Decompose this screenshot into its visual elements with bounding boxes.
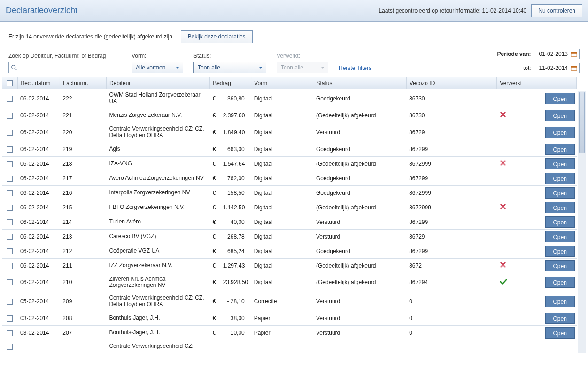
header-verwerkt[interactable]: Verwerkt	[497, 77, 543, 89]
header-debiteur[interactable]: Debiteur	[106, 77, 209, 89]
header-date[interactable]: Decl. datum	[17, 77, 60, 89]
table-row: 05-02-2014209Centrale Verwerkingseenheid…	[2, 292, 577, 311]
row-checkbox[interactable]	[7, 330, 13, 336]
cell-bedrag: 10,00	[220, 325, 251, 340]
table-row: 06-02-2014210Zilveren Kruis Achmea Zorgv…	[2, 273, 577, 292]
row-checkbox[interactable]	[7, 219, 13, 225]
cell-vecozo: 867294	[406, 273, 497, 292]
table-row: 06-02-2014219Agis€663,00DigitaalGoedgeke…	[2, 142, 577, 156]
row-checkbox[interactable]	[7, 299, 13, 305]
open-button[interactable]: Open	[545, 216, 575, 228]
vertical-scrollbar[interactable]	[578, 91, 586, 353]
open-button[interactable]: Open	[545, 246, 575, 257]
cell-vecozo: 0	[406, 292, 497, 311]
cell-vorm: Digitaal	[251, 185, 313, 200]
cell-factuur: 208	[60, 311, 106, 325]
cell-debiteur: Bonthuis-Jager, J.H.	[106, 311, 209, 325]
open-button[interactable]: Open	[545, 327, 575, 339]
period-from-label: Periode van:	[497, 51, 531, 57]
table-row: 06-02-2014220Centrale Verwerkingseenheid…	[2, 123, 577, 142]
cell-verwerkt	[497, 311, 543, 325]
period-from-input[interactable]: 01-02-2013	[535, 49, 580, 59]
cell-currency: €	[210, 123, 220, 142]
cell-status: Goedgekeurd	[313, 89, 406, 108]
table-row: 06-02-2014213Caresco BV (VGZ)€268,78Digi…	[2, 229, 577, 244]
header-status[interactable]: Status	[313, 77, 406, 89]
open-button[interactable]: Open	[545, 110, 575, 121]
open-button[interactable]: Open	[545, 296, 575, 307]
status-select[interactable]: Toon alle	[193, 62, 266, 73]
calendar-icon	[571, 65, 577, 71]
verwerkt-select: Toon alle	[277, 62, 328, 73]
cell-date: 06-02-2014	[17, 215, 60, 229]
cell-verwerkt	[497, 123, 543, 142]
search-input[interactable]	[17, 63, 119, 72]
open-button[interactable]: Open	[545, 187, 575, 199]
view-rejected-button[interactable]: Bekijk deze declaraties	[181, 30, 253, 43]
row-checkbox[interactable]	[7, 248, 13, 254]
cell-factuur: 217	[60, 171, 106, 185]
open-button[interactable]: Open	[545, 173, 575, 184]
cell-vorm: Digitaal	[251, 215, 313, 229]
row-checkbox[interactable]	[7, 190, 13, 196]
header-bar: Declaratieoverzicht Laatst gecontroleerd…	[0, 0, 588, 22]
cell-date: 06-02-2014	[17, 89, 60, 108]
open-button[interactable]: Open	[545, 144, 575, 155]
header-vorm[interactable]: Vorm	[251, 77, 313, 89]
open-button[interactable]: Open	[545, 277, 575, 288]
cell-status: Verstuurd	[313, 229, 406, 244]
rejected-icon	[500, 205, 506, 211]
table-row: 06-02-2014218IZA-VNG€1.547,64Digitaal(Ge…	[2, 156, 577, 171]
row-checkbox[interactable]	[7, 176, 13, 182]
row-checkbox[interactable]	[7, 344, 13, 350]
cell-debiteur: Centrale Verwerkingseenheid CZ:	[106, 340, 209, 353]
open-button[interactable]: Open	[545, 127, 575, 138]
row-checkbox[interactable]	[7, 130, 13, 136]
cell-bedrag: 1.547,64	[220, 156, 251, 171]
period-to-label: tot:	[523, 65, 531, 71]
row-checkbox[interactable]	[7, 263, 13, 269]
row-checkbox[interactable]	[7, 315, 13, 322]
open-button[interactable]: Open	[545, 93, 575, 104]
cell-status: Verstuurd	[313, 215, 406, 229]
cell-currency: €	[210, 325, 220, 340]
open-button[interactable]: Open	[545, 260, 575, 271]
search-input-wrapper[interactable]	[8, 62, 121, 73]
scrollbar-thumb[interactable]	[579, 92, 585, 153]
cell-debiteur: Centrale Verwerkingseenheid CZ: CZ, Delt…	[106, 123, 209, 142]
info-bar: Er zijn 14 onverwerkte declaraties die (…	[0, 22, 588, 47]
open-button[interactable]: Open	[545, 313, 575, 324]
header-bedrag[interactable]: Bedrag	[210, 77, 251, 89]
cell-date: 03-02-2014	[17, 311, 60, 325]
cell-vecozo: 0	[406, 325, 497, 340]
row-checkbox[interactable]	[7, 161, 13, 167]
open-button[interactable]: Open	[545, 202, 575, 213]
cell-vorm: Digitaal	[251, 156, 313, 171]
row-checkbox[interactable]	[7, 146, 13, 153]
table-row: 06-02-2014217Avéro Achmea Zorgverzekerin…	[2, 171, 577, 185]
cell-debiteur: Centrale Verwerkingseenheid CZ: CZ, Delt…	[106, 292, 209, 311]
select-all-checkbox[interactable]	[7, 80, 13, 86]
row-checkbox[interactable]	[7, 113, 13, 119]
cell-bedrag: 158,50	[220, 185, 251, 200]
vorm-select[interactable]: Alle vormen	[132, 62, 183, 73]
reset-filters-link[interactable]: Herstel filters	[339, 65, 371, 73]
row-checkbox[interactable]	[7, 205, 13, 211]
row-checkbox[interactable]	[7, 234, 13, 240]
table-row: 06-02-2014215FBTO Zorgverzekeringen N.V.…	[2, 200, 577, 215]
row-checkbox[interactable]	[7, 96, 13, 102]
rejected-icon	[500, 113, 506, 119]
status-label: Status:	[193, 53, 266, 59]
cell-verwerkt	[497, 244, 543, 258]
cell-verwerkt	[497, 156, 543, 171]
table-row: 03-02-2014207Bonthuis-Jager, J.H.€10,00P…	[2, 325, 577, 340]
period-to-input[interactable]: 11-02-2014	[535, 63, 580, 73]
cell-status: (Gedeeltelijk) afgekeurd	[313, 108, 406, 123]
row-checkbox[interactable]	[7, 279, 13, 285]
open-button[interactable]: Open	[545, 158, 575, 169]
open-button[interactable]: Open	[545, 231, 575, 242]
header-factuur[interactable]: Factuurnr.	[60, 77, 106, 89]
svg-rect-5	[571, 66, 577, 68]
check-now-button[interactable]: Nu controleren	[531, 4, 582, 17]
header-vecozo[interactable]: Vecozo ID	[406, 77, 497, 89]
